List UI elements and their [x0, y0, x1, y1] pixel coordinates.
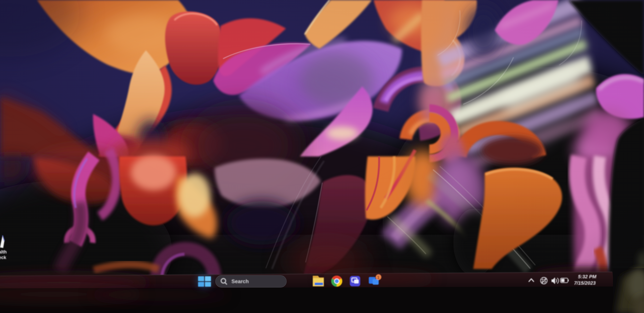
svg-text:eck: eck: [0, 255, 6, 260]
svg-text:alth: alth: [0, 250, 7, 254]
svg-text:1: 1: [377, 275, 379, 280]
svg-text:5:32 PM: 5:32 PM: [578, 274, 596, 279]
svg-text:7/15/2023: 7/15/2023: [574, 280, 596, 286]
svg-text:Search: Search: [232, 278, 249, 284]
